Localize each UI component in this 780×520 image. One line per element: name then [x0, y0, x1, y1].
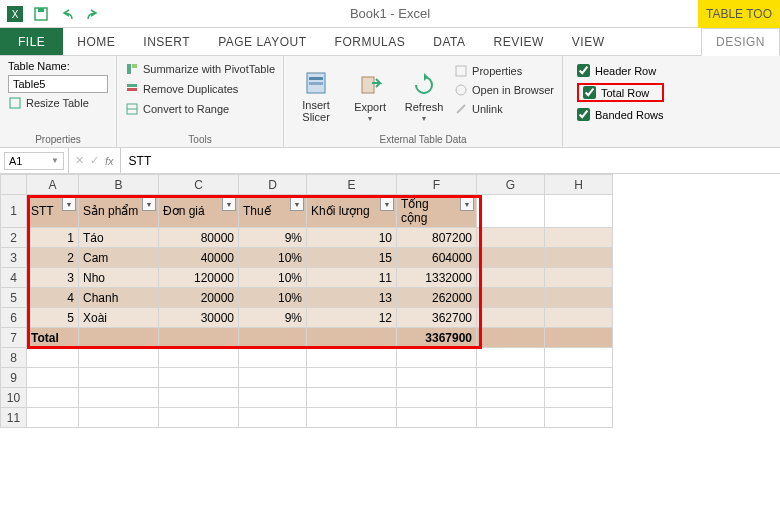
filter-icon[interactable]: ▼ — [62, 197, 76, 211]
cell[interactable] — [477, 288, 545, 308]
cell[interactable] — [477, 248, 545, 268]
row-header[interactable]: 10 — [1, 388, 27, 408]
cell[interactable] — [239, 348, 307, 368]
resize-table-button[interactable]: Resize Table — [8, 96, 108, 110]
tab-view[interactable]: VIEW — [558, 28, 619, 55]
cell[interactable]: 1332000 — [397, 268, 477, 288]
row-header[interactable]: 5 — [1, 288, 27, 308]
cell[interactable] — [397, 388, 477, 408]
cell[interactable] — [159, 368, 239, 388]
cell[interactable] — [477, 308, 545, 328]
cell[interactable] — [477, 368, 545, 388]
cell[interactable] — [307, 388, 397, 408]
cell[interactable]: 40000 — [159, 248, 239, 268]
cell[interactable] — [79, 388, 159, 408]
export-button[interactable]: Export ▼ — [346, 60, 394, 132]
cell[interactable]: 20000 — [159, 288, 239, 308]
cell[interactable] — [307, 348, 397, 368]
cell[interactable] — [27, 408, 79, 428]
tab-review[interactable]: REVIEW — [479, 28, 557, 55]
total-value-cell[interactable]: 3367900 — [397, 328, 477, 348]
cell[interactable] — [545, 408, 613, 428]
select-all-corner[interactable] — [1, 175, 27, 195]
cell[interactable]: 2 — [27, 248, 79, 268]
filter-icon[interactable]: ▼ — [380, 197, 394, 211]
cell[interactable] — [79, 348, 159, 368]
header-row-checkbox[interactable]: Header Row — [577, 64, 664, 77]
table-header-cell[interactable]: Thuế▼ — [239, 195, 307, 228]
table-header-cell[interactable]: Khối lượng▼ — [307, 195, 397, 228]
cell[interactable]: Nho — [79, 268, 159, 288]
cell[interactable] — [397, 348, 477, 368]
convert-range-button[interactable]: Convert to Range — [125, 102, 275, 116]
row-header[interactable]: 2 — [1, 228, 27, 248]
cell[interactable] — [545, 368, 613, 388]
col-header[interactable]: E — [307, 175, 397, 195]
cell[interactable] — [307, 408, 397, 428]
enter-icon[interactable]: ✓ — [90, 154, 99, 167]
save-icon[interactable] — [30, 3, 52, 25]
cell[interactable] — [477, 388, 545, 408]
cell[interactable] — [307, 328, 397, 348]
filter-icon[interactable]: ▼ — [460, 197, 474, 211]
row-header[interactable]: 11 — [1, 408, 27, 428]
cell[interactable]: 13 — [307, 288, 397, 308]
cell[interactable]: 10 — [307, 228, 397, 248]
cell[interactable] — [477, 195, 545, 228]
cell[interactable] — [397, 408, 477, 428]
cell[interactable] — [545, 388, 613, 408]
cell[interactable] — [545, 288, 613, 308]
filter-icon[interactable]: ▼ — [142, 197, 156, 211]
total-label-cell[interactable]: Total — [27, 328, 79, 348]
insert-slicer-button[interactable]: Insert Slicer — [292, 60, 340, 132]
filter-icon[interactable]: ▼ — [222, 197, 236, 211]
cancel-icon[interactable]: ✕ — [75, 154, 84, 167]
cell[interactable]: 30000 — [159, 308, 239, 328]
col-header[interactable]: D — [239, 175, 307, 195]
cell[interactable] — [307, 368, 397, 388]
redo-icon[interactable] — [82, 3, 104, 25]
cell[interactable]: 4 — [27, 288, 79, 308]
col-header[interactable]: H — [545, 175, 613, 195]
table-header-cell[interactable]: Tổng cộng▼ — [397, 195, 477, 228]
cell[interactable] — [79, 408, 159, 428]
cell[interactable] — [239, 328, 307, 348]
cell[interactable] — [545, 308, 613, 328]
cell[interactable] — [545, 195, 613, 228]
name-box[interactable]: A1 ▼ — [4, 152, 64, 170]
cell[interactable] — [477, 228, 545, 248]
cell[interactable] — [79, 368, 159, 388]
cell[interactable]: 11 — [307, 268, 397, 288]
cell[interactable]: 9% — [239, 228, 307, 248]
col-header[interactable]: C — [159, 175, 239, 195]
row-header[interactable]: 4 — [1, 268, 27, 288]
cell[interactable] — [545, 268, 613, 288]
cell[interactable]: 15 — [307, 248, 397, 268]
cell[interactable]: 362700 — [397, 308, 477, 328]
row-header[interactable]: 8 — [1, 348, 27, 368]
cell[interactable]: 10% — [239, 288, 307, 308]
cell[interactable] — [27, 348, 79, 368]
col-header[interactable]: F — [397, 175, 477, 195]
total-row-checkbox[interactable]: Total Row — [577, 83, 664, 102]
filter-icon[interactable]: ▼ — [290, 197, 304, 211]
col-header[interactable]: A — [27, 175, 79, 195]
cell[interactable] — [159, 388, 239, 408]
cell[interactable]: Cam — [79, 248, 159, 268]
cell[interactable]: 604000 — [397, 248, 477, 268]
cell[interactable]: Chanh — [79, 288, 159, 308]
row-header[interactable]: 1 — [1, 195, 27, 228]
banded-rows-input[interactable] — [577, 108, 590, 121]
cell[interactable]: 5 — [27, 308, 79, 328]
cell[interactable] — [159, 408, 239, 428]
cell[interactable] — [477, 408, 545, 428]
cell[interactable] — [159, 328, 239, 348]
tab-file[interactable]: FILE — [0, 28, 63, 55]
cell[interactable] — [545, 228, 613, 248]
table-header-cell[interactable]: STT▼ — [27, 195, 79, 228]
cell[interactable] — [239, 368, 307, 388]
cell[interactable]: 3 — [27, 268, 79, 288]
col-header[interactable]: G — [477, 175, 545, 195]
remove-duplicates-button[interactable]: Remove Duplicates — [125, 82, 275, 96]
undo-icon[interactable] — [56, 3, 78, 25]
